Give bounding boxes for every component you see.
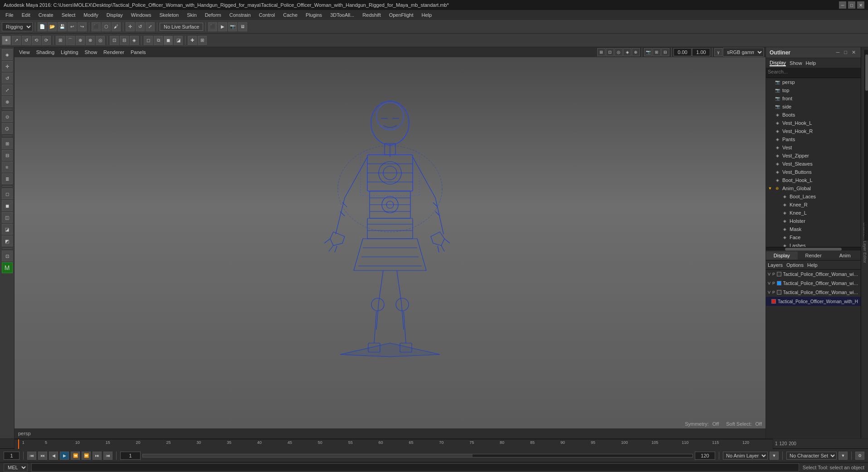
range-end-input[interactable] [695,452,715,460]
menu-create[interactable]: Create [35,11,57,19]
timeline-ruler[interactable]: 1 5 10 15 20 25 30 35 40 45 50 55 60 65 … [15,439,773,449]
anim-layer-dropdown-btn[interactable]: ▼ [770,452,779,460]
paint5-lt[interactable]: ◩ [2,236,13,246]
tool-move-axis[interactable]: ↗ [12,36,21,45]
snap-curve-button[interactable]: ⌒ [66,36,75,45]
outliner-item-vest-sleaves[interactable]: ◈ Vest_Sleaves [766,160,861,168]
outliner-item-face[interactable]: ◈ Face [766,233,861,241]
menu-edit[interactable]: Edit [18,11,34,19]
play-forward-button[interactable]: ▶ [60,452,69,460]
menu-control[interactable]: Control [255,11,278,19]
range-slider[interactable] [142,454,693,457]
frame-all-button[interactable]: ⊡ [110,36,119,45]
menu-windows[interactable]: Windows [127,11,155,19]
play-step-fwd-button[interactable]: ⏩ [82,452,91,460]
scale-button[interactable]: ⤢ [146,22,155,31]
tool-fk[interactable]: ⟳ [42,36,51,45]
outliner-item-side[interactable]: 📷 side [766,103,861,111]
go-end-button[interactable]: ⏮ [103,452,112,460]
outliner-hscroll-thumb[interactable] [785,248,842,251]
plus-button[interactable]: ✚ [188,36,197,45]
outliner-item-boots[interactable]: ◈ Boots [766,111,861,119]
cstab-options[interactable]: Options [786,262,804,268]
menu-3dtooall[interactable]: 3DTooAll... [327,11,358,19]
isolate-button[interactable]: ◈ [130,36,139,45]
current-frame-input[interactable] [4,452,20,460]
ctab-anim[interactable]: Anim [829,251,861,260]
timeline-ruler-container[interactable]: 1 5 10 15 20 25 30 35 40 45 50 55 60 65 … [0,438,868,448]
outliner-item-persp[interactable]: 📷 persp [766,78,861,86]
viewport-scene[interactable]: Symmetry: Off Soft Select: Off [15,57,766,428]
menu-skeleton[interactable]: Skeleton [156,11,182,19]
vp-menu-panels[interactable]: Panels [128,49,149,56]
outliner-item-vest-zipper[interactable]: ◈ Vest_Zipper [766,152,861,160]
next-key-button[interactable]: ⏭ [93,452,102,460]
lasso-button[interactable]: ⬡ [102,22,111,31]
frame-button[interactable]: ⊞ [198,36,207,45]
soft-mod-lt[interactable]: ⊙ [2,111,13,122]
move-button[interactable]: ✛ [126,22,135,31]
outliner-item-vest[interactable]: ◈ Vest [766,143,861,152]
close-button[interactable]: ✕ [857,1,864,9]
outliner-item-top[interactable]: 📷 top [766,86,861,94]
custom2-lt[interactable]: ≣ [2,173,13,184]
outliner-hscrollbar[interactable] [766,247,861,251]
outliner-float-btn[interactable]: □ [843,49,848,55]
char-set-dropdown-btn[interactable]: ▼ [839,452,848,460]
prev-key-button[interactable]: ⏭ [38,452,47,460]
go-start-button[interactable]: ⏮ [27,452,36,460]
paint2-lt[interactable]: ◼ [2,200,13,211]
outliner-item-mask[interactable]: ◈ Mask [766,225,861,233]
snap-view-button[interactable]: ⊗ [86,36,95,45]
script-type-select[interactable]: MEL [4,463,28,472]
outliner-item-holster[interactable]: ◈ Holster [766,217,861,225]
outliner-vscrollbar[interactable] [864,50,868,241]
outliner-item-vest-hook-r[interactable]: ◈ Vest_Hook_R [766,127,861,135]
script-input[interactable] [31,463,799,472]
vp-menu-show[interactable]: Show [82,49,100,56]
redo-button[interactable]: ↪ [78,22,87,31]
gamma-select[interactable]: sRGB gamma [723,48,764,57]
outliner-search-input[interactable] [768,69,859,74]
vp-btn3[interactable]: ◎ [614,48,623,56]
show-texture-button[interactable]: ◪ [174,36,183,45]
scale-tool-lt[interactable]: ⤢ [2,84,13,95]
menu-cache[interactable]: Cache [279,11,301,19]
outliner-item-anim-global[interactable]: ▼ ⊕ Anim_Global [766,184,861,192]
tool-ik[interactable]: ⟲ [32,36,41,45]
outliner-item-pants[interactable]: ◈ Pants [766,135,861,143]
menu-plugins[interactable]: Plugins [302,11,326,19]
custom1-lt[interactable]: ≡ [2,162,13,172]
char-set-select[interactable]: No Character Set [786,452,837,460]
mode-select[interactable]: Rigging [2,22,33,31]
outliner-item-front[interactable]: 📷 front [766,94,861,103]
layer-item-1[interactable]: V P Tactical_Police_Officer_Woman_with_H [766,270,861,279]
play-step-back-button[interactable]: ⏪ [71,452,80,460]
layer-item-3[interactable]: V P Tactical_Police_Officer_Woman_with_H [766,288,861,297]
show-xray-button[interactable]: ◻ [144,36,153,45]
save-button[interactable]: 💾 [58,22,67,31]
rotate-button[interactable]: ↺ [136,22,145,31]
paint-button[interactable]: 🖌 [112,22,121,31]
maximize-button[interactable]: □ [848,1,855,9]
vp-field2-input[interactable] [692,48,710,56]
open-button[interactable]: 📂 [48,22,57,31]
ipr-button[interactable]: 📷 [228,22,237,31]
settings-button[interactable]: ⚙ [855,452,864,460]
vp-grid-btn[interactable]: ⊞ [653,48,661,56]
hide-manip-lt[interactable]: ⊟ [2,150,13,161]
outliner-item-boot-hook-l[interactable]: ◈ Boot_Hook_L [766,176,861,184]
outliner-item-boot-laces[interactable]: ◈ Boot_Laces [766,192,861,201]
move-tool-lt[interactable]: ✛ [2,61,13,72]
vp-menu-shading[interactable]: Shading [34,49,57,56]
play-back-button[interactable]: ◀ [49,452,58,460]
render-settings-button[interactable]: ⬛ [208,22,217,31]
vp-menu-view[interactable]: View [16,49,33,56]
menu-select[interactable]: Select [58,11,79,19]
render-button[interactable]: ▶ [218,22,227,31]
cstab-help[interactable]: Help [807,262,818,268]
vp-btn2[interactable]: ⊡ [606,48,614,56]
show-manip-lt[interactable]: ⊞ [2,138,13,149]
outliner-tab-show[interactable]: Show [790,60,802,66]
vp-gamma-icon[interactable]: γ [714,48,722,56]
